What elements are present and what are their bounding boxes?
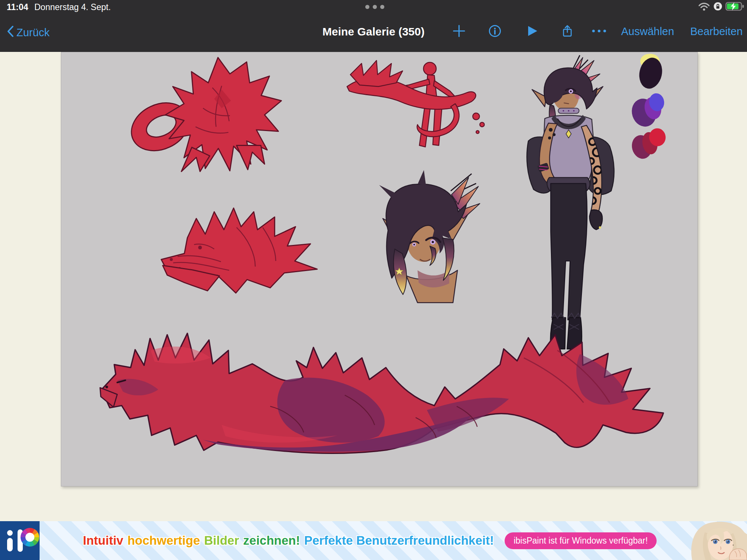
- screen: 11:04 Donnerstag 4. Sept.: [0, 0, 747, 560]
- artwork-canvas[interactable]: [61, 52, 698, 486]
- back-button[interactable]: Zurück: [7, 25, 50, 40]
- back-label: Zurück: [16, 27, 50, 39]
- ad-word: Bilder: [204, 533, 239, 548]
- more-options-button[interactable]: [591, 28, 604, 40]
- ad-character-image: [685, 521, 747, 560]
- orientation-lock-icon: [713, 1, 723, 13]
- ad-headline: Intuitiv hochwertige Bilder zeichnen! Pe…: [83, 521, 657, 560]
- page-title: Meine Galerie (350): [322, 25, 424, 38]
- info-button[interactable]: [489, 25, 501, 37]
- dragon-fullbody-sketch: [124, 57, 281, 171]
- status-time: 11:04: [7, 2, 28, 12]
- dragon-colored-render: [100, 333, 663, 453]
- chevron-left-icon: [7, 25, 14, 40]
- select-button[interactable]: Auswählen: [621, 25, 674, 38]
- add-button[interactable]: [453, 25, 465, 37]
- wifi-icon: [698, 1, 710, 13]
- status-date: Donnerstag 4. Sept.: [34, 2, 111, 12]
- dragon-head-sketch: [161, 208, 317, 293]
- battery-charging-icon: [725, 1, 745, 13]
- status-icons: [698, 1, 745, 13]
- character-fullbody: [527, 55, 614, 349]
- ad-word: Intuitiv: [83, 533, 123, 548]
- ad-word: hochwertige: [127, 533, 200, 548]
- multitasking-indicator: [365, 5, 384, 9]
- edit-button[interactable]: Bearbeiten: [690, 25, 743, 38]
- ad-word: zeichnen!: [243, 533, 300, 548]
- play-slideshow-button[interactable]: [526, 25, 539, 37]
- dragon-figure-sketch: [347, 60, 484, 147]
- header-bar: 11:04 Donnerstag 4. Sept.: [0, 0, 747, 52]
- ad-cta-button[interactable]: ibisPaint ist für Windows verfügbar!: [505, 532, 657, 549]
- character-headshot: [379, 170, 480, 302]
- palette-swatches: [628, 54, 666, 161]
- artwork-image: [61, 52, 697, 486]
- ad-banner[interactable]: Intuitiv hochwertige Bilder zeichnen! Pe…: [0, 521, 747, 560]
- share-button[interactable]: [561, 25, 574, 37]
- ad-word: Perfekte Benutzerfreundlichkeit!: [304, 533, 494, 548]
- ibispaint-logo-icon: [0, 521, 40, 560]
